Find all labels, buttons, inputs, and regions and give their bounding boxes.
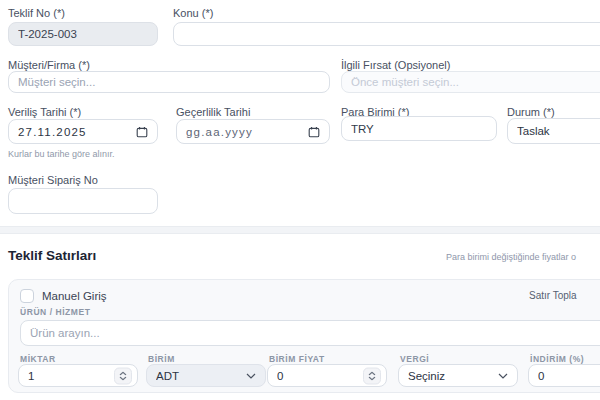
vergi-select[interactable]: Seçiniz xyxy=(398,364,518,387)
durum-value: Taslak xyxy=(517,125,600,137)
product-search-input[interactable] xyxy=(20,320,600,346)
musteri-siparis-no-label: Müşteri Sipariş No xyxy=(8,174,98,186)
chevron-down-icon xyxy=(246,373,256,379)
quote-lines-title: Teklif Satırları xyxy=(8,248,96,263)
vergi-label: VERGİ xyxy=(400,354,429,364)
birim-fiyat-value: 0 xyxy=(277,370,377,382)
birim-fiyat-label: BİRİM FİYAT xyxy=(269,354,325,364)
verilis-tarihi-label: Veriliş Tarihi (*) xyxy=(8,106,81,118)
calendar-icon[interactable] xyxy=(136,126,148,138)
section-divider xyxy=(0,226,600,234)
konu-input[interactable] xyxy=(173,22,600,46)
verilis-tarihi-value: 27.11.2025 xyxy=(18,126,136,138)
quote-form-page: Teklif No (*) Konu (*) Müşteri/Firma (*)… xyxy=(0,0,600,400)
product-service-label: ÜRÜN / HİZMET xyxy=(20,307,90,317)
manual-entry-checkbox[interactable] xyxy=(20,289,34,303)
line-total-label: Satır Topla xyxy=(529,290,577,301)
vergi-value: Seçiniz xyxy=(408,370,498,382)
miktar-value: 1 xyxy=(28,370,128,382)
birim-fiyat-input[interactable]: 0 xyxy=(267,364,387,387)
gecerlilik-tarihi-label: Geçerlilik Tarihi xyxy=(176,106,250,118)
indirim-input[interactable]: 0 xyxy=(528,364,600,387)
number-stepper-icon[interactable] xyxy=(114,367,132,384)
birim-select[interactable]: ADT xyxy=(146,364,266,387)
teklif-no-label: Teklif No (*) xyxy=(8,7,65,19)
gecerlilik-tarihi-input[interactable]: gg.aa.yyyy xyxy=(176,119,330,144)
miktar-input[interactable]: 1 xyxy=(18,364,138,387)
currency-change-note: Para birimi değiştiğinde fiyatlar o xyxy=(446,252,576,262)
indirim-value: 0 xyxy=(538,370,600,382)
durum-select[interactable]: Taslak xyxy=(507,118,600,144)
ilgili-firsat-label: İlgili Fırsat (Opsiyonel) xyxy=(341,59,450,71)
musteri-siparis-no-input[interactable] xyxy=(8,188,158,214)
teklif-no-input[interactable] xyxy=(8,22,158,46)
durum-label: Durum (*) xyxy=(507,106,555,118)
number-stepper-icon[interactable] xyxy=(363,367,381,384)
gecerlilik-tarihi-placeholder: gg.aa.yyyy xyxy=(186,126,308,138)
ilgili-firsat-input[interactable] xyxy=(341,71,600,93)
konu-label: Konu (*) xyxy=(173,7,213,19)
chevron-down-icon xyxy=(498,373,508,379)
miktar-label: MİKTAR xyxy=(20,354,56,364)
verilis-tarihi-input[interactable]: 27.11.2025 xyxy=(8,119,158,144)
para-birimi-input[interactable] xyxy=(341,116,497,141)
musteri-firma-input[interactable] xyxy=(8,71,330,93)
birim-label: BİRİM xyxy=(148,354,175,364)
calendar-icon[interactable] xyxy=(308,126,320,138)
exchange-rate-help-text: Kurlar bu tarihe göre alınır. xyxy=(8,149,115,159)
musteri-firma-label: Müşteri/Firma (*) xyxy=(8,59,90,71)
indirim-label: İNDİRİM (%) xyxy=(530,354,584,364)
manual-entry-label: Manuel Giriş xyxy=(42,290,107,302)
birim-value: ADT xyxy=(156,370,246,382)
